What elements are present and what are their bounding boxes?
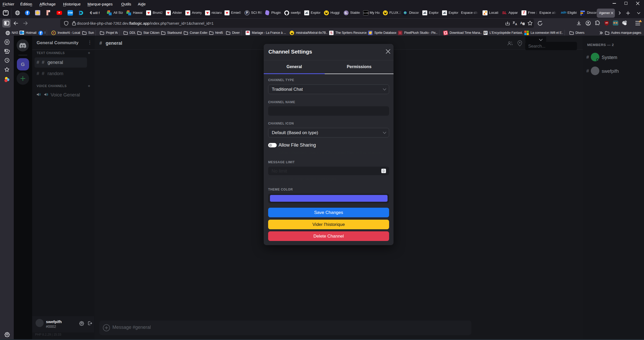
svg-text:uO: uO bbox=[605, 22, 608, 24]
svg-text:A: A bbox=[515, 23, 517, 26]
svg-text:?: ? bbox=[523, 23, 524, 25]
svg-text:A: A bbox=[520, 21, 523, 25]
